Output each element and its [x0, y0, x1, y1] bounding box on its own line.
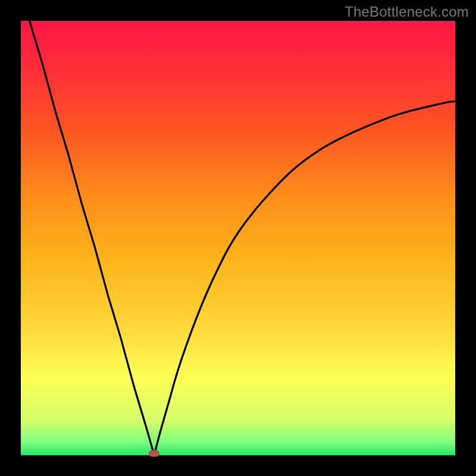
watermark-text: TheBottleneck.com [345, 4, 469, 20]
curve-right-branch [154, 101, 455, 455]
chart-curve [21, 21, 455, 455]
chart-frame: TheBottleneck.com [0, 0, 476, 476]
curve-left-branch [30, 21, 155, 455]
minimum-marker [149, 450, 159, 457]
